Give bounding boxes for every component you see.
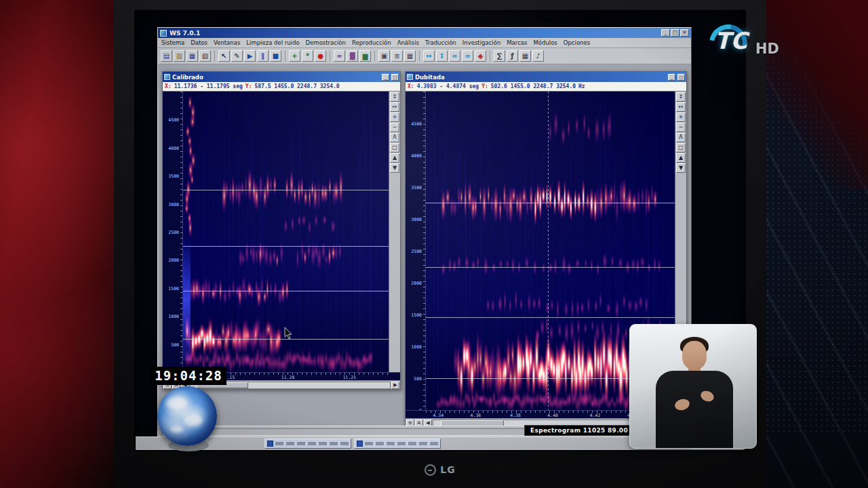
y-axis-label: 3000 (411, 217, 422, 222)
window-minimize-button[interactable]: _ (668, 74, 675, 81)
window-tool-button[interactable]: ▼ (676, 163, 686, 173)
data-table-icon[interactable]: ▦ (519, 50, 531, 62)
window-tool-button[interactable]: ↔ (390, 102, 399, 112)
window-title: Dubitada (415, 74, 666, 81)
pointer-tool-icon[interactable]: ↖ (218, 50, 230, 62)
spectrogram-window-calibrado: Calibrado _ □ X: 11.1736 - 11.1795 seg Y… (162, 71, 401, 390)
zoom-a-button[interactable]: A (415, 420, 423, 426)
y-axis-label: 1500 (411, 312, 422, 318)
sign-language-interpreter-panel (629, 324, 757, 449)
frequency-axis: 450040003500300025002000150010005000 (406, 92, 426, 410)
lg-logo-icon (425, 464, 436, 476)
compare-vertical-icon[interactable]: ↕ (436, 50, 448, 62)
window-tool-column: ↕↔+−A□▲▼ (389, 92, 400, 372)
menu-item-datos[interactable]: Datos (191, 39, 208, 46)
menu-item-reproduccion[interactable]: Reproducción (352, 39, 391, 46)
scroll-left-button[interactable]: ◀ (424, 420, 432, 426)
toolbar: ▤▥▦▧↖✎▶∥■+*●≈▓▆▣≡▦↔↕≈∞◆∑ƒ▦♪ (158, 48, 691, 64)
menu-item-analisis[interactable]: Análisis (397, 39, 419, 46)
open-file-icon[interactable]: ▥ (174, 50, 185, 62)
menu-item-investigacion[interactable]: Investigación (462, 39, 501, 46)
save-icon[interactable]: ▦ (186, 50, 198, 62)
window-tool-button[interactable]: ↔ (676, 102, 686, 112)
scrollbar-thumb[interactable] (441, 420, 504, 426)
globe-land (184, 415, 202, 426)
monitor-bezel-logo: LG (114, 453, 766, 487)
menu-item-demostracion[interactable]: Demostración (306, 39, 346, 46)
minimize-button[interactable]: _ (661, 29, 670, 37)
window-tool-button[interactable]: ↕ (390, 92, 399, 102)
function-icon[interactable]: ƒ (507, 50, 518, 62)
audio-notes-icon[interactable]: ♪ (532, 50, 544, 62)
record-icon[interactable]: ● (315, 50, 326, 62)
menu-item-limpieza-del-ruido[interactable]: Limpieza del ruido (246, 39, 299, 46)
compare-horizontal-icon[interactable]: ↔ (423, 50, 435, 62)
window-minimize-button[interactable]: _ (382, 74, 389, 81)
window-tool-button[interactable]: ▼ (390, 163, 399, 173)
toolbar-separator (374, 51, 375, 62)
marker-icon[interactable]: ◆ (475, 50, 486, 62)
window-tool-button[interactable]: A (676, 133, 686, 142)
menu-item-traduccion[interactable]: Traducción (425, 39, 456, 46)
loop-playback-icon[interactable]: ∞ (462, 50, 473, 62)
window-tool-button[interactable]: ▲ (390, 153, 399, 163)
taskbar-button[interactable] (354, 439, 441, 449)
menu-item-marcas[interactable]: Marcas (507, 39, 527, 46)
menu-item-sistema[interactable]: Sistema (161, 39, 184, 46)
y-axis-label: 4500 (168, 117, 179, 123)
play-icon[interactable]: ▶ (244, 50, 256, 62)
y-axis-label: 3000 (168, 202, 179, 207)
menu-item-modulos[interactable]: Módulos (533, 39, 557, 46)
y-axis-label: 4000 (411, 153, 422, 159)
overlay-traces-icon[interactable]: ≈ (449, 50, 460, 62)
window-tool-button[interactable]: + (676, 113, 686, 122)
window-tool-button[interactable]: + (390, 113, 399, 122)
task-label (365, 442, 438, 445)
spectrum-icon[interactable]: ▓ (347, 50, 358, 62)
x-axis-label: 4.40 (547, 413, 558, 418)
y-readout-label: Y: (481, 83, 488, 89)
cursor-readout: X: 4.3983 - 4.4874 seg Y: 502.6 1455.0 2… (406, 82, 686, 92)
window-tool-button[interactable]: □ (676, 143, 686, 152)
taskbar-button[interactable] (264, 439, 351, 449)
window-tool-button[interactable]: A (390, 133, 399, 142)
y-axis-label: 1000 (168, 314, 179, 319)
close-button[interactable]: ✕ (680, 29, 689, 37)
x-readout-value: 4.3983 - 4.4874 seg (417, 83, 479, 89)
print-icon[interactable]: ▧ (199, 50, 211, 62)
x-axis-label: 11.25 (343, 375, 357, 380)
grid-icon[interactable]: ▦ (404, 50, 416, 62)
settings-gear-icon[interactable]: * (302, 50, 313, 62)
scroll-right-button[interactable]: ▶ (391, 382, 399, 389)
scroll-menu-button[interactable]: ≡ (406, 420, 414, 426)
window-maximize-button[interactable]: □ (677, 74, 685, 81)
sum-analysis-icon[interactable]: ∑ (494, 50, 505, 62)
zoom-in-icon[interactable]: + (289, 50, 300, 62)
window-tool-button[interactable]: □ (390, 143, 399, 152)
broadcast-frame: WS 7.0.1 _ □ ✕ SistemaDatosVentanasLimpi… (0, 0, 868, 488)
chart-window-icon[interactable]: ▣ (378, 50, 390, 62)
window-titlebar[interactable]: Dubitada _ □ (406, 72, 686, 82)
maximize-button[interactable]: □ (671, 29, 679, 37)
window-titlebar[interactable]: Calibrado _ □ (163, 72, 400, 82)
pause-icon[interactable]: ∥ (257, 50, 269, 62)
window-body: 450040003500300025002000150010005000 ↕↔+… (163, 92, 400, 372)
menu-item-opciones[interactable]: Opciones (564, 39, 590, 46)
window-tool-button[interactable]: ↕ (676, 92, 686, 102)
waveform-icon[interactable]: ≈ (334, 50, 345, 62)
window-maximize-button[interactable]: □ (391, 74, 399, 81)
energy-contour-icon[interactable]: ▆ (359, 50, 371, 62)
app-titlebar[interactable]: WS 7.0.1 _ □ ✕ (158, 28, 691, 38)
toolbar-separator (214, 51, 215, 62)
y-axis-label: 500 (171, 342, 179, 348)
menu-item-ventanas[interactable]: Ventanas (214, 39, 240, 46)
window-tool-button[interactable]: − (676, 123, 686, 132)
edit-tool-icon[interactable]: ✎ (231, 50, 243, 62)
stop-icon[interactable]: ■ (270, 50, 281, 62)
new-file-icon[interactable]: ▤ (161, 50, 172, 62)
globe-land (167, 397, 187, 409)
window-tool-button[interactable]: − (390, 123, 399, 132)
window-tool-button[interactable]: ▲ (676, 153, 686, 163)
tile-windows-icon[interactable]: ≡ (391, 50, 403, 62)
task-window-icon (267, 441, 273, 447)
